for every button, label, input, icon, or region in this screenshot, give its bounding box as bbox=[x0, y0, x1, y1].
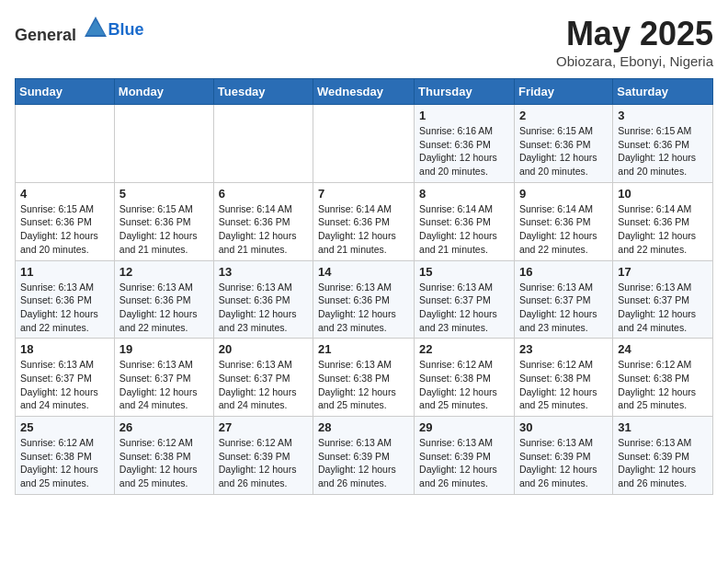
logo: General Blue bbox=[15, 15, 144, 45]
day-detail: Sunrise: 6:13 AM Sunset: 6:37 PM Dayligh… bbox=[219, 358, 308, 412]
day-number: 6 bbox=[219, 187, 308, 201]
day-detail: Sunrise: 6:12 AM Sunset: 6:38 PM Dayligh… bbox=[119, 436, 209, 490]
calendar-week-row: 4Sunrise: 6:15 AM Sunset: 6:36 PM Daylig… bbox=[16, 182, 713, 260]
page-header: General Blue May 2025 Obiozara, Ebonyi, … bbox=[15, 15, 713, 69]
day-number: 22 bbox=[419, 342, 509, 356]
table-row: 7Sunrise: 6:14 AM Sunset: 6:36 PM Daylig… bbox=[313, 182, 415, 260]
day-detail: Sunrise: 6:13 AM Sunset: 6:39 PM Dayligh… bbox=[419, 436, 509, 490]
table-row: 27Sunrise: 6:12 AM Sunset: 6:39 PM Dayli… bbox=[213, 417, 313, 495]
table-row bbox=[313, 105, 415, 183]
day-detail: Sunrise: 6:13 AM Sunset: 6:36 PM Dayligh… bbox=[119, 281, 209, 335]
day-detail: Sunrise: 6:15 AM Sunset: 6:36 PM Dayligh… bbox=[618, 124, 708, 178]
table-row: 20Sunrise: 6:13 AM Sunset: 6:37 PM Dayli… bbox=[213, 339, 313, 417]
day-detail: Sunrise: 6:12 AM Sunset: 6:39 PM Dayligh… bbox=[219, 436, 308, 490]
table-row: 29Sunrise: 6:13 AM Sunset: 6:39 PM Dayli… bbox=[415, 417, 515, 495]
calendar-week-row: 25Sunrise: 6:12 AM Sunset: 6:38 PM Dayli… bbox=[16, 417, 713, 495]
day-number: 26 bbox=[119, 420, 209, 434]
day-number: 4 bbox=[20, 187, 109, 201]
table-row: 25Sunrise: 6:12 AM Sunset: 6:38 PM Dayli… bbox=[16, 417, 115, 495]
svg-marker-1 bbox=[86, 20, 105, 35]
day-number: 29 bbox=[419, 420, 509, 434]
calendar-table: Sunday Monday Tuesday Wednesday Thursday… bbox=[15, 78, 713, 495]
day-detail: Sunrise: 6:13 AM Sunset: 6:36 PM Dayligh… bbox=[20, 281, 109, 335]
table-row: 6Sunrise: 6:14 AM Sunset: 6:36 PM Daylig… bbox=[213, 182, 313, 260]
day-number: 18 bbox=[20, 342, 109, 356]
day-detail: Sunrise: 6:13 AM Sunset: 6:39 PM Dayligh… bbox=[318, 436, 409, 490]
day-number: 5 bbox=[119, 187, 209, 201]
table-row: 16Sunrise: 6:13 AM Sunset: 6:37 PM Dayli… bbox=[514, 260, 612, 339]
table-row: 14Sunrise: 6:13 AM Sunset: 6:36 PM Dayli… bbox=[313, 260, 415, 339]
day-number: 25 bbox=[20, 420, 109, 434]
table-row: 1Sunrise: 6:16 AM Sunset: 6:36 PM Daylig… bbox=[415, 105, 515, 183]
day-number: 13 bbox=[219, 265, 308, 279]
day-detail: Sunrise: 6:15 AM Sunset: 6:36 PM Dayligh… bbox=[119, 202, 209, 257]
calendar-week-row: 1Sunrise: 6:16 AM Sunset: 6:36 PM Daylig… bbox=[16, 105, 713, 183]
day-detail: Sunrise: 6:12 AM Sunset: 6:38 PM Dayligh… bbox=[618, 358, 708, 412]
logo-text-blue: Blue bbox=[108, 20, 144, 40]
table-row: 31Sunrise: 6:13 AM Sunset: 6:39 PM Dayli… bbox=[613, 417, 713, 495]
day-detail: Sunrise: 6:13 AM Sunset: 6:36 PM Dayligh… bbox=[318, 281, 409, 335]
header-monday: Monday bbox=[114, 79, 213, 105]
day-number: 1 bbox=[419, 109, 509, 122]
day-detail: Sunrise: 6:16 AM Sunset: 6:36 PM Dayligh… bbox=[419, 124, 509, 178]
header-tuesday: Tuesday bbox=[213, 79, 313, 105]
table-row: 22Sunrise: 6:12 AM Sunset: 6:38 PM Dayli… bbox=[415, 339, 515, 417]
location: Obiozara, Ebonyi, Nigeria bbox=[556, 53, 713, 69]
header-wednesday: Wednesday bbox=[313, 79, 415, 105]
day-number: 14 bbox=[318, 265, 409, 279]
day-detail: Sunrise: 6:14 AM Sunset: 6:36 PM Dayligh… bbox=[419, 202, 509, 257]
day-detail: Sunrise: 6:13 AM Sunset: 6:37 PM Dayligh… bbox=[20, 358, 109, 412]
day-detail: Sunrise: 6:14 AM Sunset: 6:36 PM Dayligh… bbox=[618, 202, 708, 257]
day-number: 8 bbox=[419, 187, 509, 201]
table-row: 28Sunrise: 6:13 AM Sunset: 6:39 PM Dayli… bbox=[313, 417, 415, 495]
header-thursday: Thursday bbox=[415, 79, 515, 105]
header-friday: Friday bbox=[514, 79, 612, 105]
table-row: 12Sunrise: 6:13 AM Sunset: 6:36 PM Dayli… bbox=[114, 260, 213, 339]
table-row: 11Sunrise: 6:13 AM Sunset: 6:36 PM Dayli… bbox=[16, 260, 115, 339]
logo-text-general: General bbox=[15, 26, 76, 44]
table-row: 24Sunrise: 6:12 AM Sunset: 6:38 PM Dayli… bbox=[613, 339, 713, 417]
table-row: 23Sunrise: 6:12 AM Sunset: 6:38 PM Dayli… bbox=[514, 339, 612, 417]
day-number: 20 bbox=[219, 342, 308, 356]
header-saturday: Saturday bbox=[613, 79, 713, 105]
day-detail: Sunrise: 6:12 AM Sunset: 6:38 PM Dayligh… bbox=[519, 358, 608, 412]
table-row: 3Sunrise: 6:15 AM Sunset: 6:36 PM Daylig… bbox=[613, 105, 713, 183]
table-row: 10Sunrise: 6:14 AM Sunset: 6:36 PM Dayli… bbox=[613, 182, 713, 260]
day-detail: Sunrise: 6:14 AM Sunset: 6:36 PM Dayligh… bbox=[318, 202, 409, 257]
day-detail: Sunrise: 6:13 AM Sunset: 6:38 PM Dayligh… bbox=[318, 358, 409, 412]
day-number: 16 bbox=[519, 265, 608, 279]
day-number: 21 bbox=[318, 342, 409, 356]
day-number: 3 bbox=[618, 109, 708, 122]
day-number: 23 bbox=[519, 342, 608, 356]
table-row bbox=[114, 105, 213, 183]
calendar-week-row: 11Sunrise: 6:13 AM Sunset: 6:36 PM Dayli… bbox=[16, 260, 713, 339]
month-title: May 2025 bbox=[556, 15, 713, 53]
table-row bbox=[16, 105, 115, 183]
day-detail: Sunrise: 6:13 AM Sunset: 6:36 PM Dayligh… bbox=[219, 281, 308, 335]
calendar-body: 1Sunrise: 6:16 AM Sunset: 6:36 PM Daylig… bbox=[16, 105, 713, 495]
table-row: 2Sunrise: 6:15 AM Sunset: 6:36 PM Daylig… bbox=[514, 105, 612, 183]
table-row: 21Sunrise: 6:13 AM Sunset: 6:38 PM Dayli… bbox=[313, 339, 415, 417]
day-detail: Sunrise: 6:13 AM Sunset: 6:39 PM Dayligh… bbox=[519, 436, 608, 490]
day-detail: Sunrise: 6:13 AM Sunset: 6:37 PM Dayligh… bbox=[618, 281, 708, 335]
day-detail: Sunrise: 6:12 AM Sunset: 6:38 PM Dayligh… bbox=[20, 436, 109, 490]
day-detail: Sunrise: 6:15 AM Sunset: 6:36 PM Dayligh… bbox=[519, 124, 608, 178]
day-detail: Sunrise: 6:14 AM Sunset: 6:36 PM Dayligh… bbox=[519, 202, 608, 257]
table-row: 13Sunrise: 6:13 AM Sunset: 6:36 PM Dayli… bbox=[213, 260, 313, 339]
table-row: 4Sunrise: 6:15 AM Sunset: 6:36 PM Daylig… bbox=[16, 182, 115, 260]
day-number: 24 bbox=[618, 342, 708, 356]
table-row: 15Sunrise: 6:13 AM Sunset: 6:37 PM Dayli… bbox=[415, 260, 515, 339]
title-block: May 2025 Obiozara, Ebonyi, Nigeria bbox=[556, 15, 713, 69]
calendar-header: Sunday Monday Tuesday Wednesday Thursday… bbox=[16, 79, 713, 105]
day-detail: Sunrise: 6:13 AM Sunset: 6:37 PM Dayligh… bbox=[419, 281, 509, 335]
day-detail: Sunrise: 6:14 AM Sunset: 6:36 PM Dayligh… bbox=[219, 202, 308, 257]
day-number: 19 bbox=[119, 342, 209, 356]
header-row: Sunday Monday Tuesday Wednesday Thursday… bbox=[16, 79, 713, 105]
logo-icon bbox=[83, 15, 108, 40]
header-sunday: Sunday bbox=[16, 79, 115, 105]
day-number: 28 bbox=[318, 420, 409, 434]
day-number: 31 bbox=[618, 420, 708, 434]
day-number: 2 bbox=[519, 109, 608, 122]
day-number: 11 bbox=[20, 265, 109, 279]
table-row: 19Sunrise: 6:13 AM Sunset: 6:37 PM Dayli… bbox=[114, 339, 213, 417]
